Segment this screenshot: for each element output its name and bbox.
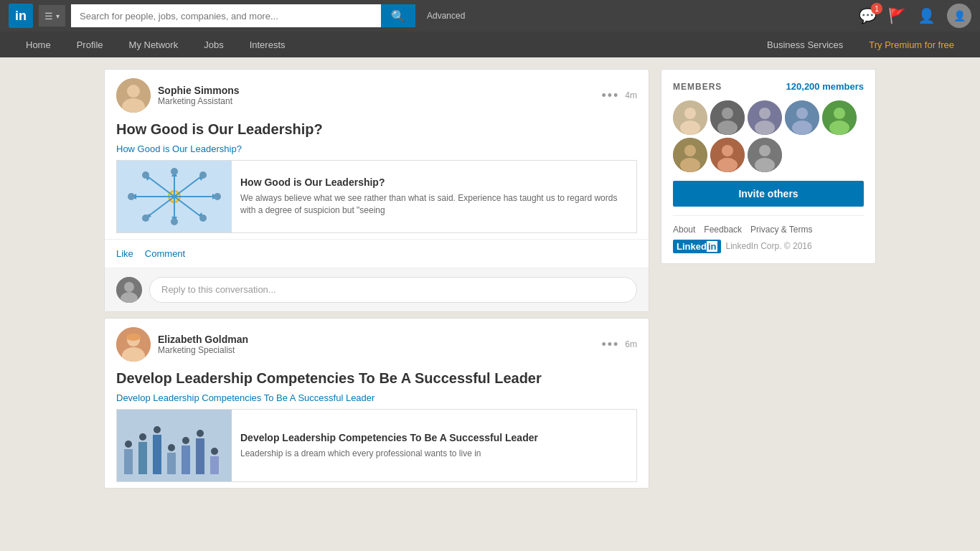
post-options-icon-2[interactable]: ••• — [601, 337, 619, 352]
privacy-terms-link[interactable]: Privacy & Terms — [750, 225, 812, 235]
post-subtitle-2[interactable]: Develop Leadership Competencies To Be A … — [105, 392, 649, 409]
members-header: MEMBERS 120,200 members — [673, 81, 864, 92]
link-preview-1[interactable]: How Good is Our Leadership? We always be… — [116, 160, 637, 233]
member-avatar-7[interactable] — [710, 138, 745, 172]
search-input[interactable] — [71, 4, 381, 27]
members-count: 120,200 members — [786, 81, 864, 92]
menu-button[interactable]: ☰ ▾ — [39, 5, 65, 27]
chevron-down-icon: ▾ — [56, 12, 60, 20]
svg-point-22 — [214, 193, 221, 200]
svg-rect-39 — [153, 435, 161, 474]
about-link[interactable]: About — [673, 225, 695, 235]
member-avatars — [673, 100, 864, 172]
nav-item-jobs[interactable]: Jobs — [192, 32, 235, 57]
reply-input-1[interactable]: Reply to this conversation... — [149, 277, 637, 303]
svg-point-21 — [199, 171, 207, 179]
svg-point-44 — [125, 441, 132, 448]
main-layout: Sophie Simmons Marketing Assistant ••• 4… — [95, 69, 885, 489]
preview-image-1 — [117, 161, 232, 232]
member-avatar-3[interactable] — [748, 100, 782, 135]
flag-icon[interactable]: 🚩 — [888, 7, 906, 24]
member-avatar-6[interactable] — [673, 138, 707, 172]
member-avatar-1[interactable] — [673, 100, 707, 135]
post-time-1: 4m — [625, 90, 637, 100]
feedback-link[interactable]: Feedback — [704, 225, 742, 235]
post-header-2: Elizabeth Goldman Marketing Specialist •… — [105, 319, 649, 367]
nav-item-network[interactable]: My Network — [118, 32, 190, 57]
advanced-link[interactable]: Advanced — [427, 11, 465, 21]
svg-rect-38 — [138, 442, 147, 474]
svg-point-64 — [834, 108, 845, 119]
linkedin-footer-logo: Linkedin — [673, 240, 721, 253]
top-icons: 💬 1 🚩 👤 👤 — [859, 4, 971, 28]
svg-point-1 — [127, 85, 140, 98]
post-card-1: Sophie Simmons Marketing Assistant ••• 4… — [104, 69, 649, 312]
post-subtitle-1[interactable]: How Good is Our Leadership? — [105, 143, 649, 160]
members-card: MEMBERS 120,200 members — [661, 69, 876, 264]
post-user-name-2[interactable]: Elizabeth Goldman — [158, 334, 594, 345]
post-card-2: Elizabeth Goldman Marketing Specialist •… — [104, 318, 649, 489]
linkedin-logo[interactable]: in — [9, 4, 33, 28]
nav-item-business[interactable]: Business Services — [755, 32, 854, 57]
member-avatar-8[interactable] — [748, 138, 782, 172]
nav-item-premium[interactable]: Try Premium for free — [857, 32, 966, 57]
invite-others-button[interactable]: Invite others — [673, 181, 864, 207]
comment-button-1[interactable]: Comment — [145, 245, 185, 262]
nav-left: Home Profile My Network Jobs Interests — [14, 32, 297, 57]
people-icon[interactable]: 👤 — [918, 7, 936, 24]
nav-item-home[interactable]: Home — [14, 32, 62, 57]
search-button[interactable]: 🔍 — [381, 4, 415, 27]
search-bar: 🔍 — [71, 4, 415, 27]
svg-point-52 — [684, 108, 696, 119]
svg-point-62 — [792, 121, 812, 135]
nav-item-interests[interactable]: Interests — [238, 32, 297, 57]
nav-item-profile[interactable]: Profile — [65, 32, 115, 57]
preview-content-1: How Good is Our Leadership? We always be… — [232, 161, 636, 232]
post-meta-1: ••• 4m — [601, 88, 637, 103]
post-title-2: Develop Leadership Competencies To Be A … — [105, 367, 649, 392]
member-avatar-5[interactable] — [822, 100, 857, 135]
post-header-1: Sophie Simmons Marketing Assistant ••• 4… — [105, 70, 649, 118]
footer-logo-box: Linkedin — [673, 240, 721, 252]
svg-point-28 — [171, 168, 178, 175]
post-avatar-sophie[interactable] — [116, 78, 151, 113]
svg-point-56 — [717, 121, 738, 135]
footer-logo: Linkedin LinkedIn Corp. © 2016 — [673, 240, 864, 252]
svg-point-55 — [722, 108, 733, 119]
post-avatar-elizabeth[interactable] — [116, 327, 151, 362]
footer-copyright: LinkedIn Corp. © 2016 — [725, 241, 811, 251]
svg-point-46 — [154, 426, 161, 433]
svg-point-49 — [197, 430, 204, 437]
svg-rect-41 — [182, 446, 190, 474]
notifications-icon[interactable]: 💬 1 — [859, 7, 877, 24]
svg-point-26 — [128, 193, 135, 200]
post-title-1: How Good is Our Leadership? — [105, 118, 649, 143]
svg-point-48 — [182, 437, 189, 444]
post-user-title-2: Marketing Specialist — [158, 345, 594, 355]
svg-point-71 — [717, 158, 738, 172]
post-options-icon-1[interactable]: ••• — [601, 88, 619, 103]
preview-title-2: Develop Leadership Competencies To Be A … — [240, 432, 538, 443]
svg-point-68 — [680, 158, 700, 172]
preview-desc-2: Leadership is a dream which every profes… — [240, 448, 538, 460]
svg-point-27 — [142, 171, 149, 179]
svg-point-50 — [211, 448, 218, 455]
sidebar-divider — [673, 215, 864, 216]
like-button-1[interactable]: Like — [116, 245, 133, 262]
feed: Sophie Simmons Marketing Assistant ••• 4… — [104, 69, 649, 489]
nav-bar: Home Profile My Network Jobs Interests B… — [0, 32, 980, 57]
svg-point-45 — [139, 433, 146, 441]
link-preview-2[interactable]: Develop Leadership Competencies To Be A … — [116, 409, 637, 482]
svg-point-25 — [142, 215, 149, 222]
post-user-name-1[interactable]: Sophie Simmons — [158, 85, 594, 96]
member-avatar-4[interactable] — [785, 100, 819, 135]
member-avatar-2[interactable] — [710, 100, 745, 135]
sidebar: MEMBERS 120,200 members — [661, 69, 876, 489]
preview-image-2 — [117, 410, 232, 481]
members-label: MEMBERS — [673, 82, 722, 92]
svg-point-59 — [755, 121, 775, 135]
preview-title-1: How Good is Our Leadership? — [240, 176, 628, 188]
user-avatar[interactable]: 👤 — [947, 4, 971, 28]
reply-box-1: Reply to this conversation... — [105, 268, 649, 311]
svg-point-67 — [684, 145, 696, 156]
